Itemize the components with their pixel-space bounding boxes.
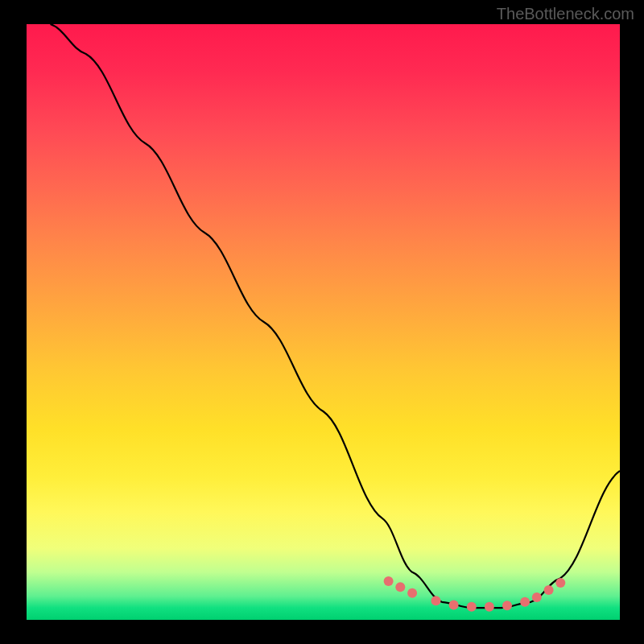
plot-area (27, 24, 620, 620)
attribution-text: TheBottleneck.com (497, 5, 634, 23)
marker-dot (431, 596, 441, 605)
marker-group (384, 576, 566, 612)
chart-svg (27, 24, 620, 620)
marker-dot (502, 601, 512, 610)
marker-dot (544, 585, 554, 595)
marker-dot (532, 592, 542, 602)
marker-dot (485, 602, 494, 612)
marker-dot (449, 601, 459, 610)
marker-dot (555, 578, 565, 588)
marker-dot (407, 588, 417, 598)
marker-dot (395, 582, 405, 592)
marker-dot (467, 602, 477, 612)
marker-dot (384, 576, 394, 586)
main-curve-line (51, 24, 621, 608)
marker-dot (520, 597, 530, 607)
